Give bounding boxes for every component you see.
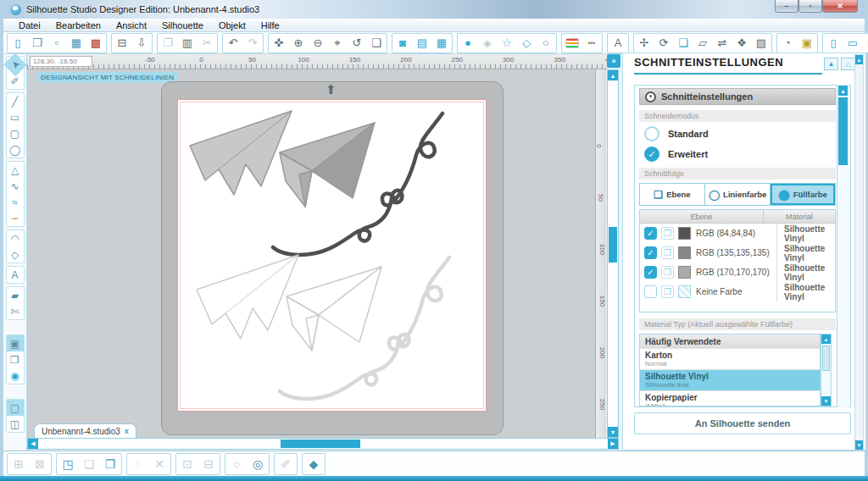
rectangle-tool[interactable]: ▭ [7, 109, 24, 125]
fit-to-page-icon[interactable]: ❑ [367, 35, 386, 52]
material-item-silhouette-vinyl[interactable]: Silhouette Vinyl Silhouette linie [640, 370, 820, 391]
vertical-scrollbar[interactable]: ▲ ▼ [607, 69, 619, 438]
distort-icon[interactable]: ▨ [752, 35, 771, 52]
eraser-tool[interactable]: ▰ [7, 287, 24, 303]
print-icon[interactable]: ⊟ [113, 35, 131, 52]
menu-silhouette[interactable]: Silhouette [155, 19, 210, 31]
scroll-down-icon[interactable]: ▼ [608, 427, 618, 437]
menu-hilfe[interactable]: Hilfe [254, 19, 287, 31]
expand-panel-button[interactable]: » [607, 54, 620, 68]
free-transform-icon[interactable]: ⊠ [30, 455, 50, 473]
close-button[interactable]: ✕ [822, 0, 858, 13]
modify-icon[interactable]: ✐ [275, 455, 296, 473]
filled-planes-group[interactable] [190, 111, 442, 255]
paste-icon[interactable]: ▥ [178, 35, 197, 52]
fill-color-icon[interactable]: ● [459, 35, 477, 52]
line-tool[interactable]: ╱ [7, 93, 24, 109]
skew-icon[interactable]: ▱ [693, 35, 712, 52]
horizontal-scroll-thumb[interactable] [281, 440, 360, 448]
show-grid-icon[interactable]: ▦ [863, 35, 868, 52]
group-icon[interactable]: ❐ [100, 455, 120, 473]
arc-tool[interactable]: ◠ [7, 230, 24, 246]
radio-erweitert-icon[interactable]: ✓ [644, 147, 659, 162]
store-button[interactable]: ◉ [7, 368, 24, 384]
zoom-reset-icon[interactable]: ↺ [348, 35, 366, 52]
send-to-silhouette-button[interactable]: An Silhouette senden [634, 412, 851, 434]
zoom-out-icon[interactable]: ⊖ [309, 35, 327, 52]
new-document-icon[interactable]: ▯ [8, 35, 27, 52]
layer-checkbox[interactable] [644, 285, 657, 298]
text-style-icon[interactable]: A [609, 35, 627, 52]
save-document-icon[interactable]: ▦ [67, 35, 86, 52]
collapse-section-icon[interactable]: ▼ [645, 91, 656, 102]
freehand-tool[interactable]: ≈ [7, 194, 24, 210]
trace-area-icon[interactable]: ▣ [798, 35, 816, 52]
split-view-button[interactable]: ◫ [7, 416, 24, 432]
move-icon[interactable]: ✢ [635, 35, 654, 52]
cut-mode-erweitert[interactable]: ✓ Erweitert [644, 146, 708, 163]
cut-mode-standard[interactable]: Standard [644, 125, 709, 142]
undo-icon[interactable]: ↶ [224, 35, 242, 52]
tab-close-icon[interactable]: x [125, 427, 129, 435]
material-group-header[interactable]: Häufig Verwendete [640, 334, 820, 349]
title-bar[interactable]: Silhouette Studio Designer Edition: Unbe… [3, 0, 865, 19]
object-3d-icon[interactable]: ◆ [303, 455, 324, 473]
scale-icon[interactable]: ❏ [674, 35, 693, 52]
page-orientation-icon[interactable]: ▭ [843, 35, 862, 52]
cut-layer-row[interactable]: ❐ RGB (84,84,84) Silhouette Vinyl [640, 224, 835, 243]
undock-panel-icon[interactable]: △ [841, 58, 855, 70]
knife-tool[interactable]: ✄ [7, 303, 24, 319]
line-color-icon[interactable] [565, 38, 579, 48]
cut-layer-row[interactable]: ❐ Keine Farbe Silhouette Vinyl [640, 282, 835, 301]
panel-scroll-thumb[interactable] [838, 97, 848, 165]
library-view-button[interactable]: ❒ [7, 351, 24, 368]
fill-pattern-icon[interactable]: ◈ [478, 35, 497, 52]
duplicate-right-icon[interactable]: ⊟ [198, 455, 219, 473]
open-from-device-icon[interactable]: ▫ [47, 35, 66, 52]
open-document-icon[interactable]: ❒ [28, 35, 47, 52]
outline-planes-group[interactable] [197, 255, 449, 399]
material-scroll-thumb[interactable] [822, 346, 830, 371]
layer-checkbox[interactable] [644, 246, 657, 259]
regular-polygon-tool[interactable]: ◇ [7, 246, 24, 263]
scroll-up-icon[interactable]: ▲ [838, 86, 848, 96]
panel-scrollbar[interactable]: ▲ [837, 85, 849, 407]
radio-standard-icon[interactable] [644, 126, 659, 141]
polygon-tool[interactable]: △ [7, 162, 24, 178]
design-page[interactable] [177, 99, 487, 412]
transform-handles-icon[interactable]: ⊞ [8, 455, 29, 473]
layer-checkbox[interactable] [644, 266, 657, 279]
tab-fuellfarbe[interactable]: ⬤ Füllfarbe [771, 184, 835, 205]
replicate-icon[interactable]: ❖ [732, 35, 751, 52]
page-panel-button[interactable]: ▢ [7, 400, 24, 416]
grid-options-icon[interactable]: ▦ [432, 35, 451, 52]
zoom-selection-icon[interactable]: ⌖ [328, 35, 347, 52]
document-tab[interactable]: Unbenannt-4.studio3 x [34, 423, 136, 438]
scroll-up-icon[interactable]: ▲ [855, 55, 863, 64]
redo-icon[interactable]: ↷ [243, 35, 262, 52]
fill-effects-icon[interactable]: ◇ [517, 35, 536, 52]
copy-icon[interactable]: ❐ [159, 35, 177, 52]
layer-checkbox[interactable] [644, 227, 657, 240]
material-list-scrollbar[interactable]: ▲ ▼ [821, 334, 832, 406]
material-item-karton[interactable]: Karton Normal [640, 349, 820, 370]
rotate-view-icon[interactable]: ▯ [824, 35, 843, 52]
scroll-down-icon[interactable]: ▼ [855, 440, 863, 450]
mirror-icon[interactable]: ⇌ [713, 35, 732, 52]
library-button[interactable]: ▣ [7, 335, 24, 351]
delete-icon[interactable]: ✕ [149, 455, 170, 473]
scroll-right-icon[interactable]: ▶ [608, 439, 618, 449]
ellipse-tool[interactable]: ◯ [7, 141, 24, 158]
trace-icon[interactable]: ◔ [778, 35, 797, 52]
zoom-selection-icon[interactable]: ◳ [58, 455, 78, 473]
page-setup-icon[interactable]: ▤ [413, 35, 431, 52]
cut-icon[interactable]: ✂ [198, 35, 216, 52]
maximize-button[interactable]: ▫ [798, 0, 822, 13]
menu-ansicht[interactable]: Ansicht [109, 19, 153, 31]
text-tool[interactable]: A [7, 267, 24, 283]
fill-gradient-icon[interactable]: ☆ [498, 35, 516, 52]
zoom-in-icon[interactable]: ⊕ [289, 35, 308, 52]
scroll-down-icon[interactable]: ▼ [821, 396, 831, 406]
cut-layer-row[interactable]: ❐ RGB (170,170,170) Silhouette Vinyl [640, 263, 835, 282]
rotate-icon[interactable]: ⟳ [654, 35, 673, 52]
